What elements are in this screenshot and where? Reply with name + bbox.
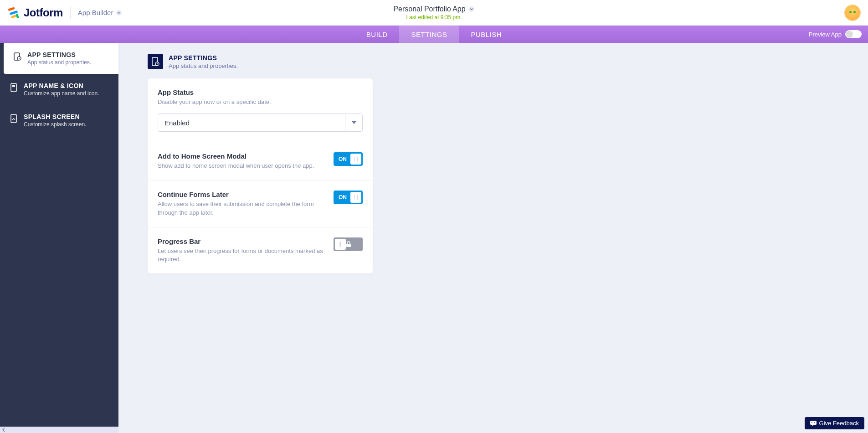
lock-icon xyxy=(346,241,361,247)
svg-rect-15 xyxy=(346,244,351,247)
app-status-row: App Status Disable your app now or on a … xyxy=(148,78,373,142)
progress-bar-desc: Let users see their progress for forms o… xyxy=(158,247,326,263)
continue-later-desc: Allow users to save their submission and… xyxy=(158,200,326,216)
tab-publish[interactable]: PUBLISH xyxy=(459,26,514,43)
preview-app-label: Preview App xyxy=(809,31,842,38)
continue-forms-later-row: Continue Forms Later Allow users to save… xyxy=(148,180,373,227)
app-status-desc: Disable your app now or on a specific da… xyxy=(158,98,363,106)
app-status-title: App Status xyxy=(158,88,363,96)
brand-logo[interactable]: Jotform xyxy=(7,6,63,19)
home-modal-title: Add to Home Screen Modal xyxy=(158,152,326,160)
svg-rect-16 xyxy=(810,421,817,425)
app-settings-section-icon xyxy=(148,54,163,69)
jotform-logo-icon xyxy=(7,6,20,19)
sidebar-item-desc: Customize splash screen. xyxy=(24,121,86,128)
toggle-knob xyxy=(350,154,361,165)
sidebar-collapse-button[interactable] xyxy=(0,427,118,433)
toggle-knob xyxy=(350,192,361,203)
app-status-value: Enabled xyxy=(158,114,345,131)
svg-point-18 xyxy=(814,422,815,423)
sidebar-item-title: APP SETTINGS xyxy=(27,51,91,58)
sidebar-item-app-settings[interactable]: APP SETTINGS App status and properties. xyxy=(4,43,118,74)
give-feedback-button[interactable]: Give Feedback xyxy=(805,417,864,429)
last-edited-text: Last edited at 9:35 pm. xyxy=(393,14,474,21)
user-avatar[interactable] xyxy=(844,5,861,21)
caret-down-icon xyxy=(352,121,356,124)
sidebar-item-desc: Customize app name and icon. xyxy=(24,90,99,97)
svg-point-14 xyxy=(157,63,158,64)
home-modal-toggle[interactable]: ON xyxy=(334,152,363,166)
settings-sidebar: APP SETTINGS App status and properties. … xyxy=(0,43,118,433)
chevron-down-icon xyxy=(116,10,122,16)
app-title[interactable]: Personal Portfolio App xyxy=(393,5,465,13)
header-divider xyxy=(70,6,71,19)
sidebar-item-title: SPLASH SCREEN xyxy=(24,113,86,120)
tab-settings[interactable]: SETTINGS xyxy=(399,26,459,43)
section-title: APP SETTINGS xyxy=(169,54,238,62)
svg-rect-10 xyxy=(12,85,15,87)
app-builder-label: App Builder xyxy=(78,9,113,16)
toggle-on-label: ON xyxy=(335,194,350,201)
toggle-knob xyxy=(335,239,346,250)
tab-settings-label: SETTINGS xyxy=(411,31,447,38)
sidebar-item-title: APP NAME & ICON xyxy=(24,82,99,89)
sidebar-item-desc: App status and properties. xyxy=(27,59,91,66)
sidebar-item-splash-screen[interactable]: SPLASH SCREEN Customize splash screen. xyxy=(0,105,118,136)
continue-later-toggle[interactable]: ON xyxy=(334,191,363,204)
preview-app-toggle[interactable] xyxy=(845,30,862,38)
tab-publish-label: PUBLISH xyxy=(471,31,502,38)
home-modal-desc: Show add to home screen modal when user … xyxy=(158,162,326,170)
svg-rect-0 xyxy=(8,7,15,11)
app-title-chevron-icon[interactable] xyxy=(468,6,475,12)
brand-name: Jotform xyxy=(24,6,63,19)
app-builder-dropdown[interactable]: App Builder xyxy=(78,9,123,16)
continue-later-title: Continue Forms Later xyxy=(158,191,326,198)
svg-point-8 xyxy=(19,58,20,59)
sidebar-item-app-name-icon[interactable]: APP NAME & ICON Customize app name and i… xyxy=(0,74,118,105)
feedback-icon xyxy=(810,421,817,426)
tab-build[interactable]: BUILD xyxy=(354,26,400,43)
feedback-label: Give Feedback xyxy=(819,420,859,427)
progress-bar-title: Progress Bar xyxy=(158,237,326,245)
app-status-select[interactable]: Enabled xyxy=(158,113,363,132)
section-desc: App status and properties. xyxy=(169,62,238,69)
phone-icon xyxy=(9,83,18,92)
progress-bar-row: Progress Bar Let users see their progres… xyxy=(148,227,373,273)
svg-rect-9 xyxy=(11,83,16,92)
progress-bar-toggle[interactable] xyxy=(334,237,363,251)
svg-rect-2 xyxy=(11,15,16,18)
tab-build-label: BUILD xyxy=(366,31,388,38)
svg-point-5 xyxy=(469,6,474,12)
svg-point-17 xyxy=(812,422,812,423)
settings-card: App Status Disable your app now or on a … xyxy=(148,78,373,273)
app-status-dropdown-button[interactable] xyxy=(345,114,362,131)
toggle-on-label: ON xyxy=(335,156,350,162)
svg-point-4 xyxy=(116,10,122,15)
clipboard-gear-icon xyxy=(13,52,22,61)
splash-icon xyxy=(9,114,18,123)
home-screen-modal-row: Add to Home Screen Modal Show add to hom… xyxy=(148,142,373,180)
chevron-left-icon xyxy=(2,428,5,432)
